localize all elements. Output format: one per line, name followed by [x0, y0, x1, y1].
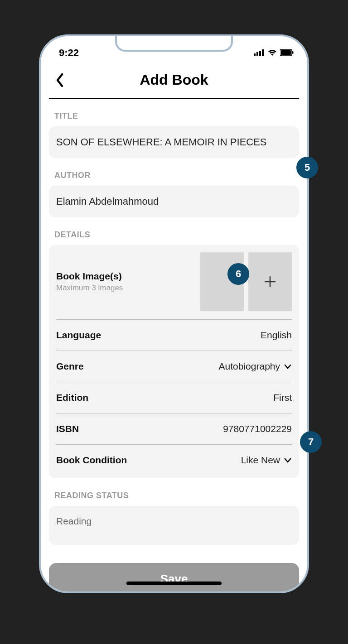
form-scroll-area[interactable]: TITLE SON OF ELSEWHERE: A MEMOIR IN PIEC…	[49, 99, 299, 592]
annotation-badge-7: 7	[300, 431, 322, 453]
phone-frame: 9:22 Add Book TITLE SON OF ELSEWHERE: A …	[39, 34, 309, 593]
svg-rect-1	[256, 52, 258, 56]
condition-key: Book Condition	[56, 455, 127, 466]
details-label: DETAILS	[54, 230, 299, 240]
device-notch	[115, 34, 233, 52]
svg-rect-5	[281, 50, 291, 55]
chevron-left-icon	[56, 73, 64, 87]
battery-icon	[280, 47, 294, 59]
svg-rect-2	[259, 51, 261, 56]
isbn-value: 9780771002229	[223, 423, 292, 434]
condition-row[interactable]: Book Condition Like New	[56, 445, 292, 478]
title-input[interactable]: SON OF ELSEWHERE: A MEMOIR IN PIECES	[49, 126, 299, 158]
save-button[interactable]: Save	[49, 563, 299, 593]
isbn-key: ISBN	[56, 423, 79, 434]
isbn-row[interactable]: ISBN 9780771002229	[56, 413, 292, 445]
annotation-badge-6: 6	[227, 263, 249, 285]
cellular-icon	[254, 47, 265, 59]
language-row[interactable]: Language English	[56, 320, 292, 351]
language-value: English	[261, 330, 292, 341]
genre-row[interactable]: Genre Autobiography	[56, 351, 292, 382]
book-images-label: Book Image(s)	[56, 271, 123, 282]
author-label: AUTHOR	[54, 171, 299, 180]
details-card: Book Image(s) Maximum 3 images Language …	[49, 245, 299, 478]
home-indicator[interactable]	[126, 582, 222, 585]
genre-key: Genre	[56, 361, 84, 372]
page-title: Add Book	[140, 72, 208, 88]
status-indicators	[254, 47, 294, 59]
svg-rect-6	[292, 51, 294, 54]
edition-row[interactable]: Edition First	[56, 382, 292, 413]
back-button[interactable]	[52, 70, 68, 90]
status-time: 9:22	[59, 47, 79, 59]
edition-key: Edition	[56, 392, 88, 403]
svg-rect-3	[262, 49, 264, 56]
chevron-down-icon	[284, 362, 292, 370]
add-image-button[interactable]	[248, 252, 292, 311]
title-label: TITLE	[54, 111, 299, 121]
plus-icon	[264, 276, 276, 288]
book-images-row: Book Image(s) Maximum 3 images	[56, 250, 292, 320]
reading-status-label: READING STATUS	[54, 491, 299, 500]
condition-value: Like New	[241, 455, 280, 466]
genre-value: Autobiography	[219, 361, 280, 372]
chevron-down-icon	[284, 456, 292, 464]
language-key: Language	[56, 330, 101, 341]
edition-value: First	[273, 392, 292, 403]
reading-status-value: Reading	[56, 516, 92, 526]
svg-rect-0	[254, 53, 256, 56]
page-header: Add Book	[49, 62, 299, 99]
wifi-icon	[267, 47, 277, 59]
annotation-badge-5: 5	[296, 157, 318, 178]
book-images-sub: Maximum 3 images	[56, 284, 123, 293]
reading-status-card[interactable]: Reading	[49, 506, 299, 545]
author-input[interactable]: Elamin Abdelmahmoud	[49, 186, 299, 217]
